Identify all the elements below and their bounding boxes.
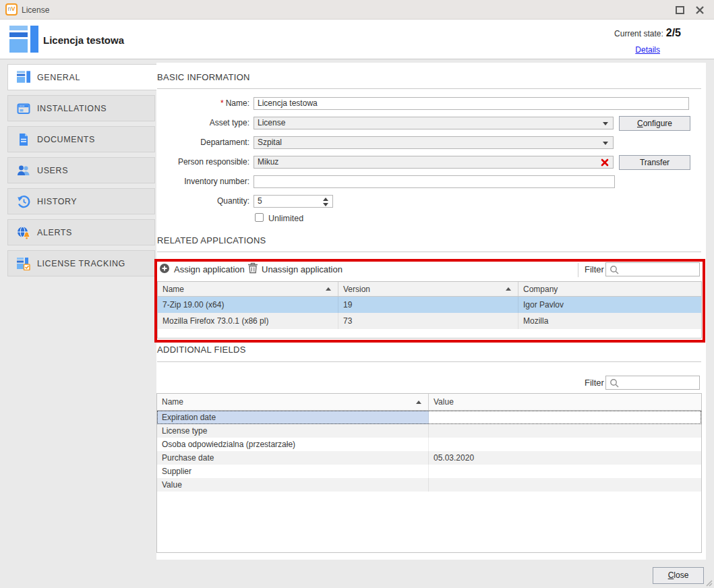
app-logo-icon — [17, 71, 30, 84]
nv-app-icon: nV — [5, 3, 18, 16]
assign-application-icon — [159, 263, 170, 274]
table-row[interactable]: License type — [157, 424, 701, 438]
divider — [157, 361, 701, 362]
tab-documents[interactable]: DOCUMENTS — [7, 126, 155, 152]
current-state: Current state:2/5 — [614, 27, 681, 39]
filter-input[interactable] — [605, 262, 700, 276]
tab-label: DOCUMENTS — [37, 135, 95, 144]
column-header-name[interactable]: Name — [158, 282, 338, 296]
additional-fields-heading: ADDITIONAL FIELDS — [157, 345, 246, 355]
transfer-button[interactable]: Transfer — [619, 155, 690, 170]
table-row[interactable]: Expiration date — [157, 411, 701, 424]
resize-grip[interactable] — [705, 579, 713, 587]
tab-general[interactable]: GENERAL — [7, 64, 157, 90]
divider — [157, 88, 701, 89]
divider — [157, 252, 701, 252]
tab-label: HISTORY — [37, 197, 77, 206]
filter-label: Filter — [585, 378, 604, 388]
table-row[interactable]: Osoba odpowiedzialna (przestarzałe) — [157, 438, 701, 451]
general-panel: BASIC INFORMATION *Name: Licencja testow… — [156, 63, 706, 560]
quantity-label: Quantity: — [156, 196, 249, 206]
inventory-number-label: Inventory number: — [156, 177, 249, 186]
tab-label: LICENSE TRACKING — [37, 259, 125, 268]
dialog-header: Licencja testowa Current state:2/5 Detai… — [0, 20, 714, 59]
tab-users[interactable]: USERS — [7, 157, 155, 183]
chevron-down-icon — [603, 122, 608, 125]
quantity-stepper[interactable]: 5 — [254, 195, 333, 208]
chevron-down-icon — [603, 142, 608, 145]
table-header-row: Name Version Company — [158, 282, 701, 297]
sort-ascending-icon — [326, 287, 331, 291]
additional-fields-table: Name Value Expiration date License type … — [156, 393, 702, 553]
tab-history[interactable]: HISTORY — [7, 188, 155, 214]
configure-button[interactable]: Configure — [619, 116, 690, 131]
close-button[interactable]: Close — [653, 567, 704, 584]
column-header-name[interactable]: Name — [157, 394, 429, 410]
sort-ascending-icon — [416, 401, 421, 404]
users-icon — [17, 164, 30, 177]
asset-logo-icon — [9, 26, 38, 53]
search-icon — [609, 378, 620, 388]
filter-input[interactable] — [605, 376, 700, 390]
clear-person-icon[interactable] — [601, 158, 609, 167]
name-input[interactable]: Licencja testowa — [254, 97, 689, 110]
table-row[interactable]: 7-Zip 19.00 (x64) 19 Igor Pavlov — [158, 297, 701, 313]
history-icon — [17, 195, 30, 208]
column-header-company[interactable]: Company — [518, 282, 701, 296]
table-row[interactable]: Supplier — [157, 465, 701, 478]
unassign-application-icon — [247, 262, 258, 274]
departament-select[interactable]: Szpital — [254, 136, 614, 149]
inventory-number-input[interactable] — [254, 175, 615, 188]
tab-label: ALERTS — [37, 228, 72, 237]
current-state-value: 2/5 — [666, 27, 681, 38]
document-icon — [17, 133, 30, 146]
table-row[interactable]: Value — [157, 478, 701, 492]
asset-type-label: Asset type: — [156, 118, 249, 127]
titlebar: nV License — [0, 0, 714, 20]
tab-label: INSTALLATIONS — [37, 104, 107, 113]
basic-information-heading: BASIC INFORMATION — [157, 72, 250, 82]
unassign-application-button[interactable]: Unassign application — [262, 264, 343, 274]
unlimited-label: Unlimited — [268, 214, 303, 223]
assign-application-button[interactable]: Assign application — [174, 264, 245, 274]
unlimited-checkbox[interactable] — [255, 213, 264, 222]
globe-bell-icon — [17, 226, 30, 239]
page-title: Licencja testowa — [43, 34, 124, 46]
table-row[interactable]: Mozilla Firefox 73.0.1 (x86 pl) 73 Mozil… — [158, 313, 701, 329]
sort-ascending-icon — [506, 287, 511, 291]
name-label: *Name: — [156, 98, 249, 108]
search-icon — [609, 265, 620, 275]
required-asterisk: * — [220, 98, 224, 108]
tab-alerts[interactable]: ALERTS — [7, 219, 155, 245]
close-window-button[interactable] — [694, 5, 705, 16]
asset-type-select[interactable]: License — [254, 117, 614, 129]
tab-license-tracking[interactable]: LICENSE TRACKING — [7, 250, 155, 276]
window-title: License — [22, 5, 49, 15]
toolbar-divider — [578, 263, 578, 277]
spinner-arrows[interactable] — [323, 198, 329, 206]
person-responsible-label: Person responsible: — [156, 157, 249, 167]
tab-label: USERS — [37, 166, 68, 175]
tab-label: GENERAL — [37, 73, 80, 82]
window-icon — [17, 102, 30, 115]
details-link[interactable]: Details — [635, 45, 660, 55]
maximize-button[interactable] — [675, 5, 686, 16]
departament-label: Departament: — [156, 138, 249, 147]
tab-installations[interactable]: INSTALLATIONS — [7, 95, 155, 121]
table-header-row: Name Value — [157, 394, 701, 411]
related-applications-heading: RELATED APPLICATIONS — [157, 235, 266, 245]
person-responsible-field[interactable]: Mikuz — [254, 156, 614, 169]
current-state-label: Current state: — [614, 29, 663, 38]
related-applications-table: Name Version Company 7-Zip 19.00 (x64) 1… — [157, 281, 702, 339]
filter-label: Filter — [585, 264, 604, 274]
column-header-version[interactable]: Version — [338, 282, 518, 296]
license-tracking-icon — [17, 257, 30, 270]
column-header-value[interactable]: Value — [429, 394, 701, 410]
table-row[interactable]: Purchase date 05.03.2020 — [157, 451, 701, 465]
